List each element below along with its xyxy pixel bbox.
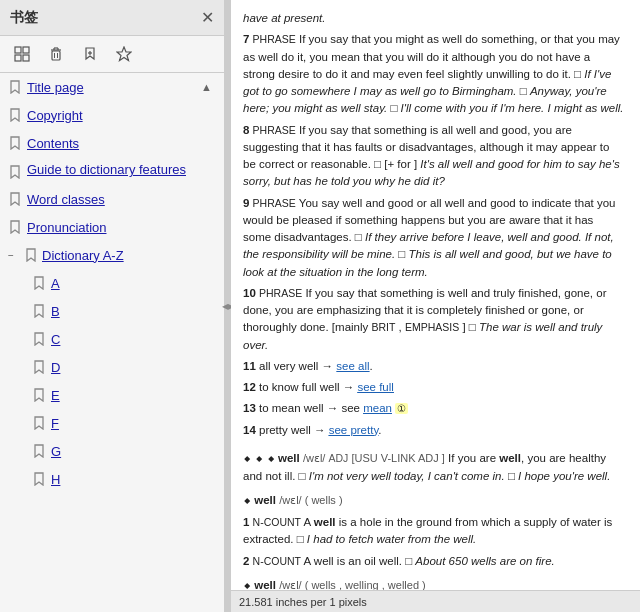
bookmark-item-word-classes[interactable]: Word classes (0, 185, 224, 213)
bookmark-icon-dict (24, 247, 38, 263)
content-well-entry2-1: 1 N-COUNT A well is a hole in the ground… (243, 514, 624, 549)
bookmark-item-f[interactable]: F (0, 409, 224, 437)
bookmark-label-b: B (51, 304, 214, 319)
bookmark-label-d: D (51, 360, 214, 375)
status-text: 21.581 inches per 1 pixels (239, 596, 367, 608)
bookmark-label-guide: Guide to dictionary features (27, 162, 214, 177)
bookmark-icon-h (32, 471, 46, 487)
content-line-12: 12 to know full well → see full (243, 379, 624, 396)
collapse-icon: − (8, 250, 20, 261)
bookmark-label-g: G (51, 444, 214, 459)
link-see-pretty[interactable]: see pretty (329, 424, 379, 436)
svg-rect-0 (15, 47, 21, 53)
bookmark-label-e: E (51, 388, 214, 403)
delete-button[interactable] (42, 42, 70, 66)
star-icon (116, 46, 132, 62)
status-bar: 21.581 inches per 1 pixels (231, 590, 640, 612)
bookmark-item-d[interactable]: D (0, 353, 224, 381)
bookmark-label-copyright: Copyright (27, 108, 214, 123)
bookmark-item-contents[interactable]: Contents (0, 129, 224, 157)
link-see-full[interactable]: see full (357, 381, 393, 393)
panel-title: 书签 (10, 9, 38, 27)
star-button[interactable] (110, 42, 138, 66)
bookmark-icon-c (32, 331, 46, 347)
bookmark-label-a: A (51, 276, 214, 291)
content-line-11: 11 all very well → see all. (243, 358, 624, 375)
content-well-entry3: ⬥ well /wɛl/ ( wells , welling , welled … (243, 574, 624, 590)
bookmark-label-f: F (51, 416, 214, 431)
content-well-entry1: ⬥ ⬥ ⬥ well /wɛl/ ADJ [USU V-LINK ADJ ] I… (243, 447, 624, 485)
bookmark-icon-d (32, 359, 46, 375)
bookmark-label-pronunciation: Pronunciation (27, 220, 214, 235)
content-panel: have at present. 7 PHRASE If you say tha… (231, 0, 640, 612)
bookmark-icon-f (32, 415, 46, 431)
title-page-arrow: ▲ (201, 81, 212, 93)
svg-marker-13 (117, 47, 131, 61)
svg-rect-1 (23, 47, 29, 53)
bookmark-item-pronunciation[interactable]: Pronunciation (0, 213, 224, 241)
content-line-8: 8 PHRASE If you say that something is al… (243, 122, 624, 191)
content-line-14: 14 pretty well → see pretty. (243, 422, 624, 439)
svg-rect-3 (23, 55, 29, 61)
bookmark-icon-word-classes (8, 191, 22, 207)
bookmark-item-g[interactable]: G (0, 437, 224, 465)
bookmark-item-title-page[interactable]: Title page ▲ (0, 73, 224, 101)
content-line-13: 13 to mean well → see mean ① (243, 400, 624, 417)
close-button[interactable]: ✕ (201, 10, 214, 26)
bookmark-icon-contents (8, 135, 22, 151)
bookmark-icon-e (32, 387, 46, 403)
content-line-9: 9 PHRASE You say well and good or all we… (243, 195, 624, 281)
bookmark-icon-pronunciation (8, 219, 22, 235)
bookmark-label-c: C (51, 332, 214, 347)
link-see-mean[interactable]: mean (363, 402, 392, 414)
bookmark-icon-b (32, 303, 46, 319)
bookmark-item-c[interactable]: C (0, 325, 224, 353)
bookmark-icon-g (32, 443, 46, 459)
bookmark-label-contents: Contents (27, 136, 214, 151)
bookmark-icon-a (32, 275, 46, 291)
grid-icon (14, 46, 30, 62)
bookmark-panel: 书签 ✕ (0, 0, 225, 612)
bookmark-label-title-page: Title page (27, 80, 196, 95)
bookmark-item-guide[interactable]: Guide to dictionary features (0, 157, 224, 185)
bookmark-item-a[interactable]: A (0, 269, 224, 297)
bookmark-item-h[interactable]: H (0, 465, 224, 493)
bookmark-label-dictionary-az: Dictionary A-Z (42, 248, 214, 263)
bookmark-item-dictionary-az[interactable]: − Dictionary A-Z (0, 241, 224, 269)
panel-header: 书签 ✕ (0, 0, 224, 36)
content-area[interactable]: have at present. 7 PHRASE If you say tha… (231, 0, 640, 590)
bookmark-list: Title page ▲ Copyright Contents Guide to… (0, 73, 224, 612)
content-line-7: 7 PHRASE If you say that you might as we… (243, 31, 624, 117)
bookmark-add-icon (82, 46, 98, 62)
bookmark-icon-guide (8, 164, 22, 180)
content-well-entry2: ⬥ well /wɛl/ ( wells ) (243, 489, 624, 510)
bookmark-item-copyright[interactable]: Copyright (0, 101, 224, 129)
content-line-10: 10 PHRASE If you say that something is w… (243, 285, 624, 354)
view-button[interactable] (8, 42, 36, 66)
trash-icon (48, 46, 64, 62)
bookmark-icon-copyright (8, 107, 22, 123)
bookmark-item-b[interactable]: B (0, 297, 224, 325)
link-see-all[interactable]: see all (336, 360, 369, 372)
svg-rect-4 (52, 51, 60, 60)
content-well-entry2-2: 2 N-COUNT A well is an oil well. □ About… (243, 553, 624, 570)
bookmark-icon (8, 79, 22, 95)
bookmark-item-e[interactable]: E (0, 381, 224, 409)
bookmark-label-word-classes: Word classes (27, 192, 214, 207)
add-bookmark-button[interactable] (76, 42, 104, 66)
content-line-have: have at present. (243, 10, 624, 27)
bookmark-label-h: H (51, 472, 214, 487)
svg-rect-2 (15, 55, 21, 61)
bookmark-toolbar (0, 36, 224, 73)
